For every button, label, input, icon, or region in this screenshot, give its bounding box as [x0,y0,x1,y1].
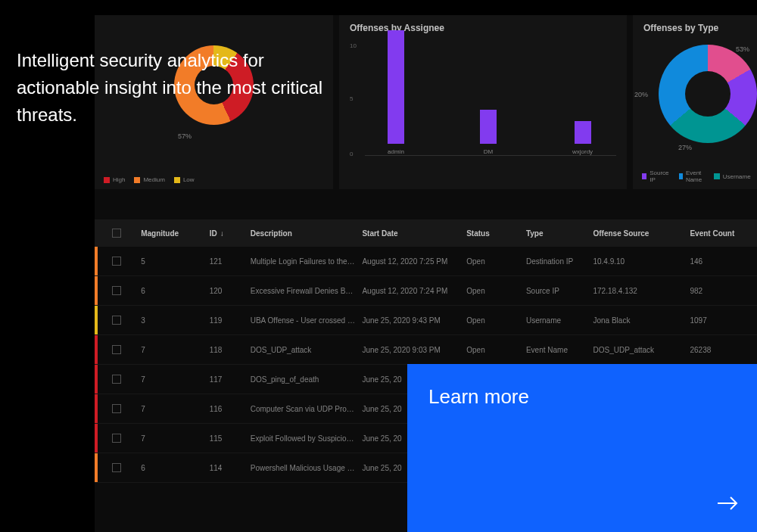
legend-item: Source IP [642,170,670,183]
cell-type: Username [526,316,593,325]
legend-label: Event Name [686,170,705,183]
bar [575,121,591,144]
col-header-start-date[interactable]: Start Date [362,229,466,238]
cell-magnitude: 7 [135,346,210,354]
cell-magnitude: 3 [135,316,210,325]
col-header-description[interactable]: Description [251,229,363,238]
cell-id: 119 [210,316,251,325]
cell-source: 172.18.4.132 [593,287,690,295]
cell-count: 146 [690,257,757,266]
cell-status: Open [466,346,526,354]
row-checkbox[interactable] [112,316,121,325]
legend-label: Username [723,173,751,180]
col-header-source[interactable]: Offense Source [593,229,690,238]
panel-type: Offenses by Type 53% 20% 27% Source IP E… [633,15,757,189]
y-axis-label: 5 [350,95,353,102]
panel-assignee: Offenses by Assignee 10 5 0 adminDMwxjor… [339,15,627,189]
table-row[interactable]: 6120Excessive Firewall Denies Bet...Augu… [95,276,757,306]
type-pct-bottom: 27% [678,144,692,151]
cell-magnitude: 5 [135,257,210,266]
hero-headline: Intelligent security analytics for actio… [17,47,350,129]
bar-group: wxjordy [572,121,593,155]
bar-label: admin [388,148,404,155]
cell-count: 26238 [690,346,757,354]
cell-magnitude: 7 [135,405,210,413]
row-checkbox[interactable] [112,345,121,354]
cta-label: Learn more [428,385,736,409]
table-row[interactable]: 7118DOS_UDP_attackJune 25, 2020 9:03 PMO… [95,335,757,365]
swatch-medium [134,177,140,183]
y-axis-label: 10 [350,42,357,49]
col-header-magnitude[interactable]: Magnitude [135,229,210,238]
row-checkbox[interactable] [112,257,121,266]
col-header-id[interactable]: ID↓ [210,229,251,238]
swatch-low [174,177,180,183]
cell-id: 117 [210,375,251,384]
cell-description: Exploit Followed by Suspicious... [251,434,363,443]
severity-pct-label: 57% [178,132,192,140]
col-header-type[interactable]: Type [526,229,593,238]
type-legend: Source IP Event Name Username Destinatio… [642,170,757,183]
row-checkbox[interactable] [112,286,121,295]
legend-label: High [113,176,125,183]
cell-date: June 25, 2020 9:03 PM [362,346,466,354]
bar-label: wxjordy [572,148,593,155]
swatch [642,173,646,179]
cell-magnitude: 7 [135,375,210,384]
cell-date: June 25, 2020 9:43 PM [362,316,466,325]
cell-description: UBA Offense - User crossed ris... [251,316,363,325]
bar-group: DM [480,110,497,155]
legend-item: Username [714,170,751,183]
legend-item-low: Low [174,176,195,183]
swatch [714,173,720,179]
cell-magnitude: 6 [135,464,210,472]
y-axis-label: 0 [350,151,353,157]
cell-id: 121 [210,257,251,266]
bar-group: admin [388,30,404,155]
bar [388,30,404,144]
cell-date: August 12, 2020 7:25 PM [362,257,466,266]
select-all-checkbox[interactable] [112,229,121,238]
legend-label: Medium [143,176,164,183]
col-header-count[interactable]: Event Count [690,229,757,238]
assignee-bar-chart: 10 5 0 adminDMwxjordy [350,42,616,171]
row-checkbox[interactable] [112,463,121,472]
cell-date: August 12, 2020 7:24 PM [362,287,466,295]
legend-item-high: High [104,176,125,183]
cell-count: 1097 [690,316,757,325]
col-header-status[interactable]: Status [466,229,526,238]
cell-type: Event Name [526,346,593,354]
table-header-row: Magnitude ID↓ Description Start Date Sta… [95,219,757,247]
arrow-right-icon [718,496,739,514]
cell-description: DOS_UDP_attack [251,346,363,354]
bar [480,110,497,144]
cell-description: Excessive Firewall Denies Bet... [251,287,363,295]
cell-type: Destination IP [526,257,593,266]
cell-id: 115 [210,434,251,443]
bar-label: DM [484,148,493,155]
cell-id: 118 [210,346,251,354]
learn-more-cta[interactable]: Learn more [407,364,757,532]
row-checkbox[interactable] [112,434,121,443]
cell-id: 114 [210,464,251,472]
table-row[interactable]: 5121Multiple Login Failures to the S...A… [95,247,757,276]
type-pct-top: 53% [736,45,749,53]
row-checkbox[interactable] [112,404,121,413]
cell-source: Jona Black [593,316,690,325]
cell-source: DOS_UDP_attack [593,346,690,354]
cell-magnitude: 6 [135,287,210,295]
cell-description: Computer Scan via UDP Protoc... [251,405,363,413]
cell-id: 120 [210,287,251,295]
row-checkbox[interactable] [112,375,121,384]
panel-title: Offenses by Type [643,23,746,33]
severity-legend: High Medium Low [104,176,195,183]
legend-label: Low [183,176,195,183]
legend-label: Source IP [650,170,670,183]
swatch-high [104,177,110,183]
cell-count: 982 [690,287,757,295]
cell-magnitude: 7 [135,434,210,443]
legend-item: Event Name [679,170,704,183]
cell-status: Open [466,287,526,295]
cell-id: 116 [210,405,251,413]
table-row[interactable]: 3119UBA Offense - User crossed ris...Jun… [95,306,757,335]
